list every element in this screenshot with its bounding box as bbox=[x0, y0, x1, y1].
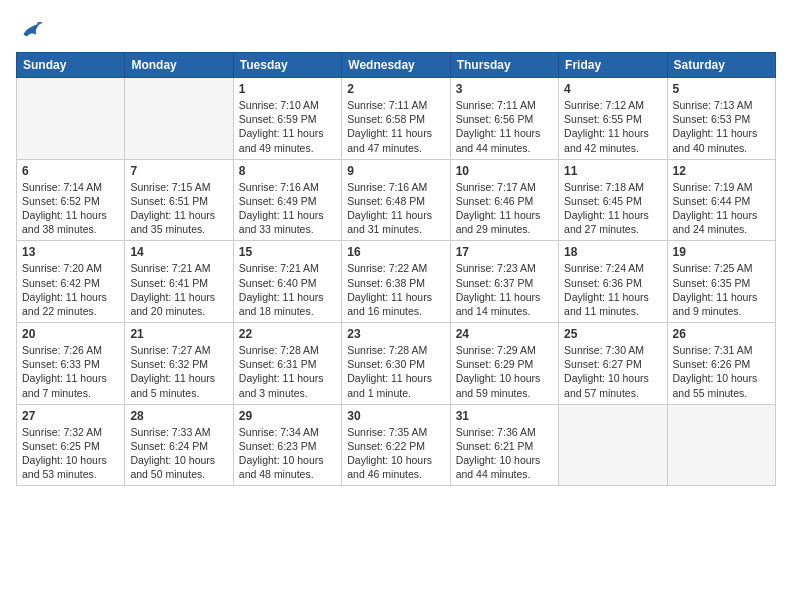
day-number: 22 bbox=[239, 327, 336, 341]
calendar-day-cell: 23Sunrise: 7:28 AM Sunset: 6:30 PM Dayli… bbox=[342, 323, 450, 405]
calendar-day-cell: 7Sunrise: 7:15 AM Sunset: 6:51 PM Daylig… bbox=[125, 159, 233, 241]
day-info: Sunrise: 7:15 AM Sunset: 6:51 PM Dayligh… bbox=[130, 180, 227, 237]
calendar-day-cell: 5Sunrise: 7:13 AM Sunset: 6:53 PM Daylig… bbox=[667, 78, 775, 160]
calendar-day-cell: 25Sunrise: 7:30 AM Sunset: 6:27 PM Dayli… bbox=[559, 323, 667, 405]
day-info: Sunrise: 7:17 AM Sunset: 6:46 PM Dayligh… bbox=[456, 180, 553, 237]
day-info: Sunrise: 7:28 AM Sunset: 6:30 PM Dayligh… bbox=[347, 343, 444, 400]
calendar-day-cell: 3Sunrise: 7:11 AM Sunset: 6:56 PM Daylig… bbox=[450, 78, 558, 160]
day-number: 21 bbox=[130, 327, 227, 341]
day-info: Sunrise: 7:19 AM Sunset: 6:44 PM Dayligh… bbox=[673, 180, 770, 237]
calendar-day-cell: 22Sunrise: 7:28 AM Sunset: 6:31 PM Dayli… bbox=[233, 323, 341, 405]
day-info: Sunrise: 7:27 AM Sunset: 6:32 PM Dayligh… bbox=[130, 343, 227, 400]
calendar-day-cell bbox=[125, 78, 233, 160]
calendar-day-cell bbox=[559, 404, 667, 486]
day-number: 7 bbox=[130, 164, 227, 178]
day-number: 8 bbox=[239, 164, 336, 178]
day-info: Sunrise: 7:25 AM Sunset: 6:35 PM Dayligh… bbox=[673, 261, 770, 318]
calendar-day-cell: 21Sunrise: 7:27 AM Sunset: 6:32 PM Dayli… bbox=[125, 323, 233, 405]
calendar-table: SundayMondayTuesdayWednesdayThursdayFrid… bbox=[16, 52, 776, 486]
day-number: 3 bbox=[456, 82, 553, 96]
day-info: Sunrise: 7:22 AM Sunset: 6:38 PM Dayligh… bbox=[347, 261, 444, 318]
calendar-day-cell: 12Sunrise: 7:19 AM Sunset: 6:44 PM Dayli… bbox=[667, 159, 775, 241]
day-number: 18 bbox=[564, 245, 661, 259]
day-info: Sunrise: 7:11 AM Sunset: 6:58 PM Dayligh… bbox=[347, 98, 444, 155]
day-number: 5 bbox=[673, 82, 770, 96]
calendar-week-row: 20Sunrise: 7:26 AM Sunset: 6:33 PM Dayli… bbox=[17, 323, 776, 405]
calendar-week-row: 27Sunrise: 7:32 AM Sunset: 6:25 PM Dayli… bbox=[17, 404, 776, 486]
day-of-week-header: Friday bbox=[559, 53, 667, 78]
day-number: 31 bbox=[456, 409, 553, 423]
day-number: 1 bbox=[239, 82, 336, 96]
calendar-day-cell: 26Sunrise: 7:31 AM Sunset: 6:26 PM Dayli… bbox=[667, 323, 775, 405]
day-number: 24 bbox=[456, 327, 553, 341]
calendar-day-cell: 17Sunrise: 7:23 AM Sunset: 6:37 PM Dayli… bbox=[450, 241, 558, 323]
day-info: Sunrise: 7:29 AM Sunset: 6:29 PM Dayligh… bbox=[456, 343, 553, 400]
day-number: 12 bbox=[673, 164, 770, 178]
day-info: Sunrise: 7:13 AM Sunset: 6:53 PM Dayligh… bbox=[673, 98, 770, 155]
day-info: Sunrise: 7:34 AM Sunset: 6:23 PM Dayligh… bbox=[239, 425, 336, 482]
day-info: Sunrise: 7:21 AM Sunset: 6:41 PM Dayligh… bbox=[130, 261, 227, 318]
day-info: Sunrise: 7:32 AM Sunset: 6:25 PM Dayligh… bbox=[22, 425, 119, 482]
day-number: 30 bbox=[347, 409, 444, 423]
day-number: 16 bbox=[347, 245, 444, 259]
calendar-week-row: 13Sunrise: 7:20 AM Sunset: 6:42 PM Dayli… bbox=[17, 241, 776, 323]
calendar-day-cell: 15Sunrise: 7:21 AM Sunset: 6:40 PM Dayli… bbox=[233, 241, 341, 323]
calendar-day-cell: 10Sunrise: 7:17 AM Sunset: 6:46 PM Dayli… bbox=[450, 159, 558, 241]
day-info: Sunrise: 7:31 AM Sunset: 6:26 PM Dayligh… bbox=[673, 343, 770, 400]
logo bbox=[16, 16, 48, 44]
calendar-day-cell: 20Sunrise: 7:26 AM Sunset: 6:33 PM Dayli… bbox=[17, 323, 125, 405]
day-info: Sunrise: 7:21 AM Sunset: 6:40 PM Dayligh… bbox=[239, 261, 336, 318]
day-number: 6 bbox=[22, 164, 119, 178]
calendar-day-cell: 6Sunrise: 7:14 AM Sunset: 6:52 PM Daylig… bbox=[17, 159, 125, 241]
calendar-week-row: 6Sunrise: 7:14 AM Sunset: 6:52 PM Daylig… bbox=[17, 159, 776, 241]
day-info: Sunrise: 7:18 AM Sunset: 6:45 PM Dayligh… bbox=[564, 180, 661, 237]
logo-bird-icon bbox=[16, 16, 44, 44]
day-info: Sunrise: 7:14 AM Sunset: 6:52 PM Dayligh… bbox=[22, 180, 119, 237]
calendar-day-cell: 4Sunrise: 7:12 AM Sunset: 6:55 PM Daylig… bbox=[559, 78, 667, 160]
calendar-day-cell: 16Sunrise: 7:22 AM Sunset: 6:38 PM Dayli… bbox=[342, 241, 450, 323]
day-number: 25 bbox=[564, 327, 661, 341]
day-number: 10 bbox=[456, 164, 553, 178]
day-info: Sunrise: 7:30 AM Sunset: 6:27 PM Dayligh… bbox=[564, 343, 661, 400]
day-info: Sunrise: 7:28 AM Sunset: 6:31 PM Dayligh… bbox=[239, 343, 336, 400]
day-info: Sunrise: 7:20 AM Sunset: 6:42 PM Dayligh… bbox=[22, 261, 119, 318]
day-of-week-header: Wednesday bbox=[342, 53, 450, 78]
day-number: 4 bbox=[564, 82, 661, 96]
day-of-week-header: Tuesday bbox=[233, 53, 341, 78]
day-info: Sunrise: 7:12 AM Sunset: 6:55 PM Dayligh… bbox=[564, 98, 661, 155]
calendar-day-cell: 19Sunrise: 7:25 AM Sunset: 6:35 PM Dayli… bbox=[667, 241, 775, 323]
calendar-day-cell bbox=[17, 78, 125, 160]
day-number: 19 bbox=[673, 245, 770, 259]
day-number: 26 bbox=[673, 327, 770, 341]
calendar-day-cell: 30Sunrise: 7:35 AM Sunset: 6:22 PM Dayli… bbox=[342, 404, 450, 486]
calendar-day-cell: 31Sunrise: 7:36 AM Sunset: 6:21 PM Dayli… bbox=[450, 404, 558, 486]
day-info: Sunrise: 7:26 AM Sunset: 6:33 PM Dayligh… bbox=[22, 343, 119, 400]
day-number: 23 bbox=[347, 327, 444, 341]
day-number: 20 bbox=[22, 327, 119, 341]
day-info: Sunrise: 7:10 AM Sunset: 6:59 PM Dayligh… bbox=[239, 98, 336, 155]
calendar-day-cell: 8Sunrise: 7:16 AM Sunset: 6:49 PM Daylig… bbox=[233, 159, 341, 241]
day-info: Sunrise: 7:36 AM Sunset: 6:21 PM Dayligh… bbox=[456, 425, 553, 482]
day-of-week-header: Monday bbox=[125, 53, 233, 78]
calendar-day-cell: 9Sunrise: 7:16 AM Sunset: 6:48 PM Daylig… bbox=[342, 159, 450, 241]
day-info: Sunrise: 7:24 AM Sunset: 6:36 PM Dayligh… bbox=[564, 261, 661, 318]
calendar-day-cell: 2Sunrise: 7:11 AM Sunset: 6:58 PM Daylig… bbox=[342, 78, 450, 160]
day-info: Sunrise: 7:33 AM Sunset: 6:24 PM Dayligh… bbox=[130, 425, 227, 482]
day-number: 2 bbox=[347, 82, 444, 96]
day-number: 9 bbox=[347, 164, 444, 178]
day-info: Sunrise: 7:23 AM Sunset: 6:37 PM Dayligh… bbox=[456, 261, 553, 318]
calendar-day-cell: 13Sunrise: 7:20 AM Sunset: 6:42 PM Dayli… bbox=[17, 241, 125, 323]
calendar-day-cell: 18Sunrise: 7:24 AM Sunset: 6:36 PM Dayli… bbox=[559, 241, 667, 323]
day-of-week-header: Sunday bbox=[17, 53, 125, 78]
calendar-day-cell: 14Sunrise: 7:21 AM Sunset: 6:41 PM Dayli… bbox=[125, 241, 233, 323]
calendar-day-cell: 27Sunrise: 7:32 AM Sunset: 6:25 PM Dayli… bbox=[17, 404, 125, 486]
day-number: 11 bbox=[564, 164, 661, 178]
calendar-day-cell: 1Sunrise: 7:10 AM Sunset: 6:59 PM Daylig… bbox=[233, 78, 341, 160]
calendar-header-row: SundayMondayTuesdayWednesdayThursdayFrid… bbox=[17, 53, 776, 78]
day-info: Sunrise: 7:16 AM Sunset: 6:48 PM Dayligh… bbox=[347, 180, 444, 237]
day-number: 27 bbox=[22, 409, 119, 423]
day-number: 15 bbox=[239, 245, 336, 259]
calendar-week-row: 1Sunrise: 7:10 AM Sunset: 6:59 PM Daylig… bbox=[17, 78, 776, 160]
day-number: 29 bbox=[239, 409, 336, 423]
day-number: 17 bbox=[456, 245, 553, 259]
